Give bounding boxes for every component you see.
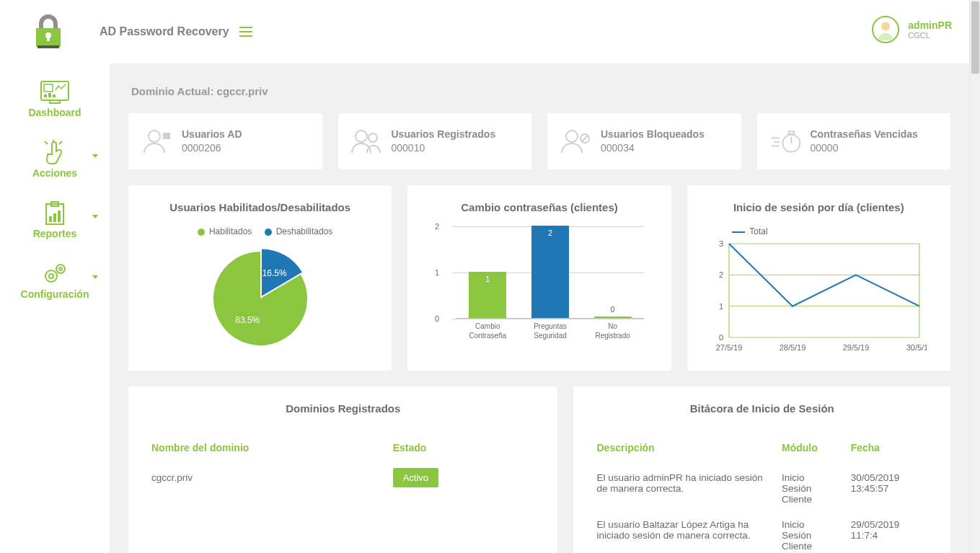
gear-icon	[0, 260, 110, 288]
svg-rect-16	[49, 216, 52, 222]
svg-rect-8	[48, 93, 51, 97]
stopwatch-icon	[770, 125, 802, 157]
log-module: Inicio Sesión Cliente	[782, 519, 851, 552]
chart-card-cambio-contrasenas: Cambio contraseñas (clientes) 012120Camb…	[407, 185, 671, 371]
pie-chart: 16.5%83.5%	[199, 241, 322, 349]
chart-card-inicio-sesion: Inicio de sesión por día (clientes) Tota…	[687, 185, 950, 371]
stat-value: 00000	[811, 141, 918, 155]
stat-card-contrasenas-vencidas: Contraseñas Vencidas 00000	[757, 113, 951, 169]
log-desc: El usuario adminPR ha iniciado sesión de…	[596, 472, 782, 494]
table-row: El usuario Baltazar López Artiga ha inic…	[586, 512, 937, 553]
hand-pointer-icon	[0, 138, 110, 167]
log-desc: El usuario Baltazar López Artiga ha inic…	[596, 519, 782, 541]
svg-rect-10	[50, 100, 60, 103]
chart-title: Usuarios Habilitados/Desabilitados	[141, 201, 379, 213]
user-org: CGCL	[908, 31, 952, 40]
svg-text:2: 2	[719, 270, 723, 279]
svg-text:27/5/19: 27/5/19	[716, 343, 743, 352]
svg-line-11	[45, 141, 48, 144]
bar-chart: 012120Cambio ContraseñaPreguntas Segurid…	[435, 226, 644, 335]
sidebar-item-label: Reportes	[33, 228, 77, 239]
sidebar-item-label: Configuración	[21, 288, 89, 300]
svg-rect-32	[788, 131, 793, 134]
svg-rect-17	[53, 213, 56, 222]
app-title: AD Password Recovery	[100, 25, 229, 38]
stats-row: Usuarios AD 0000206 Usuarios Registrados…	[128, 113, 950, 169]
card-dominios-registrados: Dominios Registrados Nombre del dominio …	[128, 386, 557, 553]
domain-name: cgccr.priv	[151, 472, 393, 483]
svg-point-26	[368, 133, 377, 142]
svg-point-20	[49, 274, 53, 278]
sidebar-item-acciones[interactable]: Acciones	[0, 131, 110, 192]
log-module: Inicio Sesión Cliente	[782, 472, 851, 505]
main-content: Dominio Actual: cgccr.priv Usuarios AD 0…	[110, 63, 969, 553]
line-chart: 012327/5/1928/5/1929/5/1930/5/19	[710, 239, 927, 355]
stat-label: Usuarios Bloqueados	[601, 128, 705, 141]
svg-rect-18	[58, 211, 61, 222]
app-logo-lock-icon	[33, 14, 63, 50]
stat-value: 0000206	[182, 141, 242, 155]
sidebar-item-reportes[interactable]: Reportes	[0, 192, 110, 252]
user-name: adminPR	[908, 19, 952, 31]
svg-point-19	[45, 270, 57, 282]
svg-rect-7	[44, 94, 47, 97]
pie-legend: Habilitados Deshabilitados	[141, 226, 379, 236]
card-title: Bitácora de Inicio de Sesión	[586, 402, 937, 415]
stat-label: Usuarios AD	[182, 128, 242, 141]
stat-card-usuarios-bloqueados: Usuarios Bloqueados 000034	[547, 113, 741, 169]
table-row: El usuario adminPR ha iniciado sesión de…	[586, 465, 937, 512]
menu-toggle-icon[interactable]	[239, 27, 252, 37]
chart-title: Inicio de sesión por día (clientes)	[700, 201, 937, 213]
svg-point-25	[356, 130, 367, 142]
avatar	[872, 16, 899, 43]
col-descripcion: Descripción	[596, 442, 782, 454]
svg-point-27	[566, 130, 578, 142]
svg-point-4	[881, 22, 890, 31]
svg-rect-6	[44, 84, 53, 92]
page-scrollbar[interactable]	[969, 0, 980, 553]
stat-value: 000010	[392, 141, 496, 155]
svg-text:16.5%: 16.5%	[262, 268, 286, 278]
user-icon	[141, 125, 173, 157]
log-date: 29/05/2019 11:7:4	[851, 519, 927, 541]
stat-label: Usuarios Registrados	[392, 128, 496, 141]
col-modulo: Módulo	[782, 442, 851, 454]
sidebar: Dashboard Acciones	[0, 63, 110, 313]
svg-text:30/5/19: 30/5/19	[906, 343, 927, 352]
svg-rect-2	[47, 35, 50, 41]
sidebar-item-configuracion[interactable]: Configuración	[0, 252, 110, 313]
legend-disabled: Deshabilitados	[276, 226, 333, 236]
sidebar-item-label: Dashboard	[28, 107, 81, 118]
report-icon	[0, 199, 110, 228]
user-menu[interactable]: adminPR CGCL	[872, 16, 952, 43]
legend-total: Total	[749, 226, 767, 236]
svg-text:1: 1	[719, 302, 723, 311]
col-nombre-dominio: Nombre del dominio	[151, 442, 393, 454]
line-legend: Total	[710, 226, 927, 236]
svg-point-21	[56, 265, 65, 273]
legend-enabled: Habilitados	[209, 226, 252, 236]
chevron-down-icon	[92, 215, 98, 218]
header: AD Password Recovery adminPR CGCL	[0, 0, 969, 63]
svg-line-12	[59, 141, 62, 144]
users-icon	[351, 125, 383, 157]
svg-point-23	[149, 130, 160, 142]
svg-rect-24	[163, 133, 170, 139]
col-fecha: Fecha	[851, 442, 927, 454]
user-blocked-icon	[560, 125, 592, 157]
stat-card-usuarios-ad: Usuarios AD 0000206	[128, 113, 322, 169]
stat-card-usuarios-registrados: Usuarios Registrados 000010	[338, 113, 532, 169]
svg-rect-3	[37, 45, 59, 48]
svg-text:28/5/19: 28/5/19	[780, 343, 806, 352]
chart-card-usuarios-habilitados: Usuarios Habilitados/Desabilitados Habil…	[128, 185, 392, 371]
sidebar-item-dashboard[interactable]: Dashboard	[0, 71, 110, 131]
chart-title: Cambio contraseñas (clientes)	[420, 201, 658, 213]
status-badge: Activo	[393, 468, 438, 487]
sidebar-item-label: Acciones	[32, 167, 77, 179]
chevron-down-icon	[92, 275, 98, 279]
svg-rect-9	[53, 94, 56, 97]
dashboard-icon	[0, 78, 110, 107]
svg-text:0: 0	[719, 333, 723, 342]
stat-value: 000034	[601, 141, 705, 155]
card-title: Dominios Registrados	[141, 402, 544, 415]
